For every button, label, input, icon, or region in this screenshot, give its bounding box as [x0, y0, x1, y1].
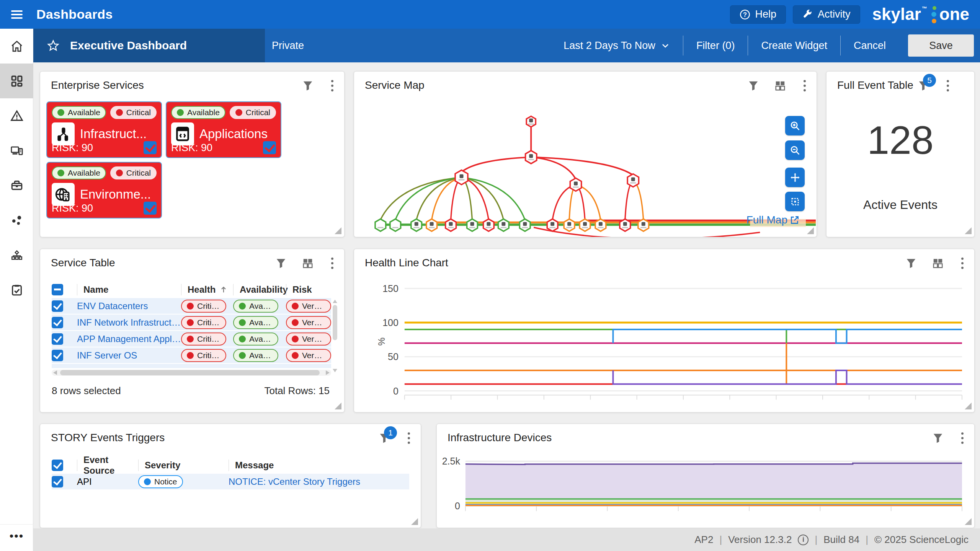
activity-button[interactable]: Activity: [793, 5, 860, 24]
kebab-menu-icon[interactable]: [801, 79, 808, 92]
map-pan-button[interactable]: [785, 168, 805, 187]
kebab-menu-icon[interactable]: [405, 432, 412, 445]
help-button[interactable]: ? Help: [730, 5, 786, 24]
widget-service-table: Service Table Name Health: [40, 249, 345, 412]
filter-funnel-icon[interactable]: [275, 258, 287, 269]
service-tile-infrastructure[interactable]: Available Critical Infrastruct... RISK: …: [46, 101, 162, 158]
vertical-scrollbar[interactable]: [333, 300, 337, 372]
row-checkbox[interactable]: [52, 300, 63, 312]
time-range-dropdown[interactable]: Last 2 Days To Now: [550, 40, 683, 52]
hamburger-menu-icon[interactable]: [0, 8, 33, 21]
filter-funnel-icon[interactable]: [748, 80, 759, 91]
column-header-risk[interactable]: Risk: [286, 284, 336, 295]
filter-funnel-icon[interactable]: [932, 432, 944, 444]
service-row[interactable]: INF Server OS Critical Availa... Very H.…: [52, 347, 331, 363]
sidebar-item-events[interactable]: [0, 98, 33, 133]
row-checkbox[interactable]: [52, 317, 63, 328]
info-icon[interactable]: i: [798, 535, 808, 545]
health-pill: Critical: [181, 349, 226, 362]
column-header-name[interactable]: Name: [77, 284, 181, 295]
full-map-link[interactable]: Full Map: [746, 214, 800, 226]
sidebar-item-dashboards[interactable]: [0, 64, 33, 98]
widget-resize-handle[interactable]: [965, 227, 972, 234]
column-header-severity[interactable]: Severity: [138, 460, 229, 471]
map-zoom-out-button[interactable]: [785, 140, 805, 160]
scrollbar-thumb[interactable]: [60, 370, 320, 375]
widget-grid-icon[interactable]: [774, 80, 786, 91]
kebab-menu-icon[interactable]: [329, 79, 336, 92]
widget-grid-icon[interactable]: [932, 258, 944, 269]
horizontal-scrollbar[interactable]: [52, 370, 331, 376]
service-name-link[interactable]: INF Server OS: [77, 350, 137, 361]
service-tile-environment[interactable]: Available Critical Environme... RISK: 90: [46, 162, 162, 218]
filter-funnel-icon[interactable]: 1: [379, 432, 390, 444]
widget-resize-handle[interactable]: [335, 227, 341, 234]
kebab-menu-icon[interactable]: [959, 432, 966, 445]
service-row[interactable]: ENV Datacenters Critical Availa... Very …: [52, 298, 331, 314]
save-button[interactable]: Save: [908, 34, 974, 57]
scrollbar-thumb[interactable]: [333, 305, 337, 340]
business-services-icon: [10, 179, 23, 192]
kebab-menu-icon[interactable]: [944, 79, 951, 92]
widget-resize-handle[interactable]: [965, 518, 972, 525]
event-message-link[interactable]: NOTICE: vCenter Story Triggers: [229, 476, 360, 487]
sidebar-item-tasks[interactable]: [0, 272, 33, 307]
service-row[interactable]: APP Management Applications Critical Ava…: [52, 331, 331, 347]
tile-checkbox[interactable]: [144, 202, 157, 215]
service-name-link[interactable]: INF Network Infrastructure: [77, 317, 181, 328]
column-header-event-source[interactable]: Event Source: [77, 460, 138, 471]
service-map-graph[interactable]: [354, 72, 817, 237]
service-row[interactable]: INF Network Infrastructure Critical Avai…: [52, 315, 331, 330]
favorite-star-icon[interactable]: [47, 39, 59, 52]
filter-button[interactable]: Filter (0): [683, 40, 748, 52]
row-checkbox[interactable]: [52, 350, 63, 361]
widget-enterprise-services: Enterprise Services Available Critical: [40, 71, 345, 237]
tile-checkbox[interactable]: [144, 141, 157, 154]
service-name-link[interactable]: APP Management Applications: [77, 334, 181, 344]
column-header-health[interactable]: Health: [181, 284, 233, 295]
sidebar-item-business-services[interactable]: [0, 168, 33, 203]
service-tile-applications[interactable]: Available Critical Applications RISK: 90: [166, 101, 281, 158]
filter-funnel-icon[interactable]: [302, 80, 314, 91]
filter-funnel-icon[interactable]: [905, 258, 917, 269]
red-dot-icon: [235, 109, 242, 116]
widget-resize-handle[interactable]: [807, 227, 814, 234]
widget-title: Service Table: [51, 257, 275, 269]
sidebar-item-home[interactable]: [0, 29, 33, 64]
tile-checkbox[interactable]: [263, 141, 276, 154]
green-dot-icon: [57, 170, 64, 176]
service-name-link[interactable]: ENV Datacenters: [77, 301, 148, 311]
kebab-menu-icon[interactable]: [329, 257, 336, 270]
column-header-availability[interactable]: Availability: [233, 284, 286, 295]
cancel-button[interactable]: Cancel: [841, 40, 899, 52]
select-all-checkbox[interactable]: [52, 284, 63, 295]
sidebar-item-maps[interactable]: [0, 203, 33, 238]
widget-health-line-chart: Health Line Chart 050100150%: [354, 249, 975, 412]
select-all-checkbox[interactable]: [52, 460, 63, 471]
filter-count-badge: 1: [384, 426, 397, 439]
dashboard-tab-selected[interactable]: Executive Dashboard: [33, 29, 265, 62]
widget-resize-handle[interactable]: [965, 403, 972, 409]
widget-grid-icon[interactable]: [302, 258, 314, 269]
map-fit-view-button[interactable]: [785, 192, 805, 211]
scroll-up-icon[interactable]: [333, 300, 337, 303]
footer-build: Build 84: [823, 534, 859, 546]
widget-resize-handle[interactable]: [335, 403, 341, 409]
kebab-menu-icon[interactable]: [959, 257, 966, 270]
widget-resize-handle[interactable]: [411, 518, 418, 525]
scroll-right-icon[interactable]: [326, 370, 330, 375]
sidebar-more-ellipsis-icon[interactable]: •••: [0, 524, 33, 547]
sidebar-item-hierarchy[interactable]: [0, 238, 33, 272]
map-zoom-in-button[interactable]: [785, 116, 805, 135]
widget-full-event-table: Full Event Table 5 128 Active Events: [826, 71, 975, 237]
scroll-down-icon[interactable]: [333, 369, 337, 372]
scroll-left-icon[interactable]: [53, 370, 57, 375]
sidebar-item-devices[interactable]: [0, 133, 33, 168]
filter-funnel-icon[interactable]: 5: [918, 80, 929, 91]
event-row[interactable]: API Notice NOTICE: vCenter Story Trigger…: [52, 474, 409, 489]
row-checkbox[interactable]: [52, 476, 63, 487]
row-checkbox[interactable]: [52, 333, 63, 345]
column-header-message[interactable]: Message: [229, 460, 409, 471]
left-nav-sidebar: •••: [0, 29, 33, 551]
create-widget-button[interactable]: Create Widget: [748, 40, 840, 52]
